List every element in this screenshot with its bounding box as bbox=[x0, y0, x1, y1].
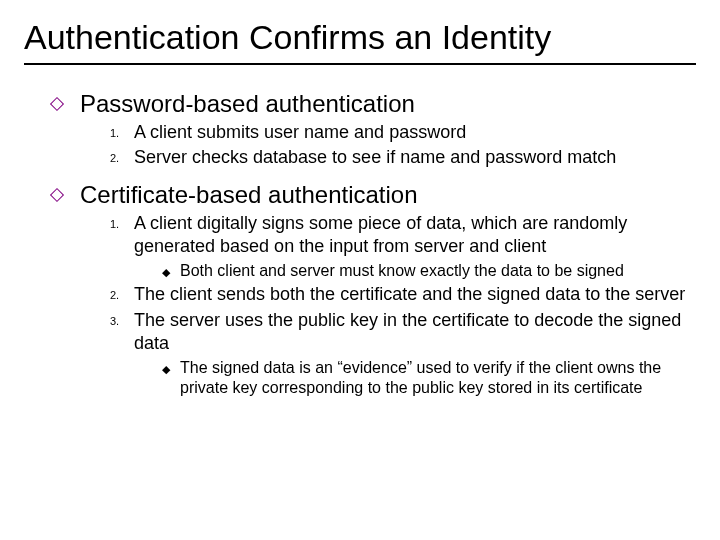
list-text: A client digitally signs some piece of d… bbox=[134, 212, 690, 282]
title-container: Authentication Confirms an Identity bbox=[24, 0, 696, 65]
sub-list-item: ◆ Both client and server must know exact… bbox=[162, 261, 690, 282]
list-text: A client submits user name and password bbox=[134, 121, 690, 144]
sub-list: ◆ The signed data is an “evidence” used … bbox=[134, 358, 690, 400]
section-heading-row: Password-based authentication bbox=[52, 89, 690, 119]
list-item: 3. The server uses the public key in the… bbox=[110, 309, 690, 399]
section-heading-row: Certificate-based authentication bbox=[52, 180, 690, 210]
list-number: 1. bbox=[110, 212, 134, 230]
section-heading: Certificate-based authentication bbox=[80, 180, 418, 210]
list-number: 1. bbox=[110, 121, 134, 139]
list-number: 2. bbox=[110, 283, 134, 301]
list-number: 2. bbox=[110, 146, 134, 164]
sub-bullet-icon: ◆ bbox=[162, 358, 180, 376]
diamond-bullet-icon bbox=[50, 97, 64, 111]
sub-list-item: ◆ The signed data is an “evidence” used … bbox=[162, 358, 690, 400]
sub-list-text: The signed data is an “evidence” used to… bbox=[180, 358, 690, 400]
slide: Authentication Confirms an Identity Pass… bbox=[0, 0, 720, 540]
list-text: Server checks database to see if name an… bbox=[134, 146, 690, 169]
list-number: 3. bbox=[110, 309, 134, 327]
section-heading: Password-based authentication bbox=[80, 89, 415, 119]
numbered-list: 1. A client submits user name and passwo… bbox=[52, 121, 690, 170]
slide-title: Authentication Confirms an Identity bbox=[24, 18, 696, 57]
sub-list: ◆ Both client and server must know exact… bbox=[134, 261, 690, 282]
sub-list-text: Both client and server must know exactly… bbox=[180, 261, 690, 282]
list-text-span: A client digitally signs some piece of d… bbox=[134, 213, 627, 256]
list-text: The client sends both the certificate an… bbox=[134, 283, 690, 306]
list-text-span: The server uses the public key in the ce… bbox=[134, 310, 681, 353]
list-item: 2. Server checks database to see if name… bbox=[110, 146, 690, 169]
slide-body: Password-based authentication 1. A clien… bbox=[0, 65, 720, 399]
list-item: 1. A client digitally signs some piece o… bbox=[110, 212, 690, 282]
diamond-bullet-icon bbox=[50, 188, 64, 202]
list-item: 2. The client sends both the certificate… bbox=[110, 283, 690, 306]
list-text: The server uses the public key in the ce… bbox=[134, 309, 690, 399]
numbered-list: 1. A client digitally signs some piece o… bbox=[52, 212, 690, 399]
list-item: 1. A client submits user name and passwo… bbox=[110, 121, 690, 144]
sub-bullet-icon: ◆ bbox=[162, 261, 180, 279]
